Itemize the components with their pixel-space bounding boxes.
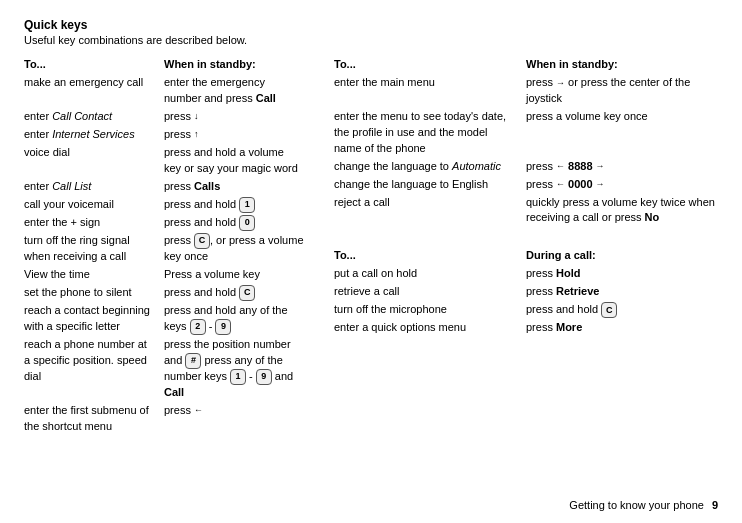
- row-value: press ← 0000 →: [526, 176, 718, 194]
- row-value: enter the emergency number and press Cal…: [164, 74, 304, 108]
- table-row: turn off the ring signal when receiving …: [24, 232, 304, 266]
- right-column: To... When in standby: enter the main me…: [334, 56, 718, 436]
- table-row: enter the main menu press → or press the…: [334, 74, 718, 108]
- row-label: enter the + sign: [24, 214, 164, 232]
- right-header-standby: When in standby:: [526, 56, 718, 74]
- row-value: press → or press the center of the joyst…: [526, 74, 718, 108]
- row-label: make an emergency call: [24, 74, 164, 108]
- row-value: press Hold: [526, 265, 718, 283]
- table-row: change the language to Automatic press ←…: [334, 158, 718, 176]
- right-call-header-row: To... During a call:: [334, 247, 718, 265]
- table-row: enter Call List press Calls: [24, 178, 304, 196]
- row-label: reject a call: [334, 194, 526, 228]
- left-header-row: To... When in standby:: [24, 56, 304, 74]
- row-label: voice dial: [24, 144, 164, 178]
- left-column: To... When in standby: make an emergency…: [24, 56, 304, 436]
- footer-label: Getting to know your phone: [569, 499, 704, 511]
- row-label: call your voicemail: [24, 196, 164, 214]
- row-label: set the phone to silent: [24, 284, 164, 302]
- table-row: change the language to English press ← 0…: [334, 176, 718, 194]
- footer-page-number: 9: [712, 499, 718, 511]
- row-label: enter Call Contact: [24, 108, 164, 126]
- right-call-header-during: During a call:: [526, 247, 718, 265]
- row-value: press and hold a volume key or say your …: [164, 144, 304, 178]
- row-value: press and hold any of the keys 2 - 9: [164, 302, 304, 336]
- right-header-row: To... When in standby:: [334, 56, 718, 74]
- row-value: quickly press a volume key twice when re…: [526, 194, 718, 228]
- row-label: View the time: [24, 266, 164, 284]
- right-table-standby: To... When in standby: enter the main me…: [334, 56, 718, 227]
- row-value: press ↑: [164, 126, 304, 144]
- row-value: press and hold C: [526, 301, 718, 319]
- row-label: enter Internet Services: [24, 126, 164, 144]
- table-row: enter the menu to see today's date, the …: [334, 108, 718, 158]
- row-value: press the position number and # press an…: [164, 336, 304, 402]
- row-value: press C, or press a volume key once: [164, 232, 304, 266]
- row-label: enter a quick options menu: [334, 319, 526, 337]
- row-label: reach a phone number at a specific posit…: [24, 336, 164, 402]
- row-label: retrieve a call: [334, 283, 526, 301]
- row-label: put a call on hold: [334, 265, 526, 283]
- table-row: reach a phone number at a specific posit…: [24, 336, 304, 402]
- table-row: enter a quick options menu press More: [334, 319, 718, 337]
- section-spacer: [334, 227, 718, 247]
- table-row: turn off the microphone press and hold C: [334, 301, 718, 319]
- table-row: voice dial press and hold a volume key o…: [24, 144, 304, 178]
- page-subtitle: Useful key combinations are described be…: [24, 34, 718, 46]
- table-row: call your voicemail press and hold 1: [24, 196, 304, 214]
- row-value: press and hold 0: [164, 214, 304, 232]
- page-title: Quick keys: [24, 18, 718, 32]
- page-footer: Getting to know your phone 9: [569, 499, 718, 511]
- row-label: turn off the ring signal when receiving …: [24, 232, 164, 266]
- table-row: View the time Press a volume key: [24, 266, 304, 284]
- table-row: enter the first submenu of the shortcut …: [24, 402, 304, 436]
- table-row: put a call on hold press Hold: [334, 265, 718, 283]
- table-row: reject a call quickly press a volume key…: [334, 194, 718, 228]
- table-row: enter the + sign press and hold 0: [24, 214, 304, 232]
- row-label: turn off the microphone: [334, 301, 526, 319]
- right-header-to: To...: [334, 56, 526, 74]
- row-value: press ←: [164, 402, 304, 436]
- right-call-header-to: To...: [334, 247, 526, 265]
- row-label: change the language to English: [334, 176, 526, 194]
- row-label: enter Call List: [24, 178, 164, 196]
- table-row: retrieve a call press Retrieve: [334, 283, 718, 301]
- main-content: To... When in standby: make an emergency…: [24, 56, 718, 436]
- row-label: reach a contact beginning with a specifi…: [24, 302, 164, 336]
- row-value: press and hold C: [164, 284, 304, 302]
- table-row: enter Internet Services press ↑: [24, 126, 304, 144]
- table-row: make an emergency call enter the emergen…: [24, 74, 304, 108]
- row-label: change the language to Automatic: [334, 158, 526, 176]
- row-label: enter the menu to see today's date, the …: [334, 108, 526, 158]
- row-value: press and hold 1: [164, 196, 304, 214]
- row-value: press a volume key once: [526, 108, 718, 158]
- left-header-standby: When in standby:: [164, 56, 304, 74]
- row-value: press More: [526, 319, 718, 337]
- row-value: press Calls: [164, 178, 304, 196]
- row-label: enter the first submenu of the shortcut …: [24, 402, 164, 436]
- row-value: press ↓: [164, 108, 304, 126]
- table-row: reach a contact beginning with a specifi…: [24, 302, 304, 336]
- row-value: press Retrieve: [526, 283, 718, 301]
- left-table: To... When in standby: make an emergency…: [24, 56, 304, 436]
- row-label: enter the main menu: [334, 74, 526, 108]
- table-row: set the phone to silent press and hold C: [24, 284, 304, 302]
- left-header-to: To...: [24, 56, 164, 74]
- table-row: enter Call Contact press ↓: [24, 108, 304, 126]
- right-table-call: To... During a call: put a call on hold …: [334, 247, 718, 337]
- page: Quick keys Useful key combinations are d…: [0, 0, 742, 523]
- row-value: Press a volume key: [164, 266, 304, 284]
- row-value: press ← 8888 →: [526, 158, 718, 176]
